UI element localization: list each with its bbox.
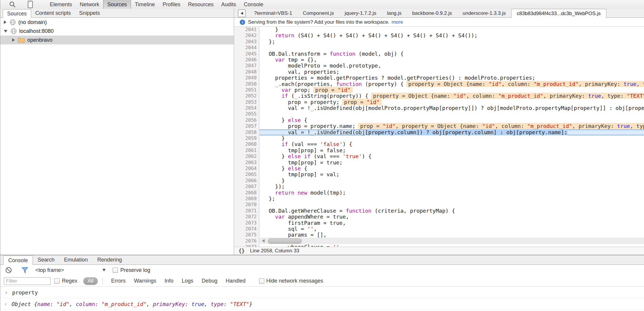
panel-tab-network[interactable]: Network	[76, 0, 103, 9]
level-filter-warnings[interactable]: Warnings	[134, 278, 156, 284]
scrollbar-thumb[interactable]	[268, 238, 302, 244]
code-line[interactable]: } else {	[260, 166, 644, 171]
code-line[interactable]: whereClause = '',	[260, 244, 644, 247]
code-line[interactable]: if (val === 'false') {	[260, 141, 644, 147]
tree-item-openbravo[interactable]: openbravo	[0, 36, 234, 44]
line-number[interactable]: 2069	[234, 196, 259, 202]
line-number[interactable]: 2053	[234, 99, 259, 105]
line-number[interactable]: 2071	[234, 208, 259, 214]
level-filter-info[interactable]: Info	[164, 278, 173, 284]
line-number[interactable]: 2077	[234, 244, 259, 247]
line-number[interactable]: 2048	[234, 69, 259, 75]
line-number[interactable]: 2063	[234, 160, 259, 166]
code-line[interactable]: firstParam = true,	[260, 220, 644, 226]
line-number[interactable]: 2073	[234, 220, 259, 226]
expand-arrow-icon[interactable]	[12, 38, 15, 42]
line-number[interactable]: 2043	[234, 39, 259, 45]
clear-console-icon[interactable]	[5, 267, 12, 274]
code-line[interactable]	[260, 111, 644, 117]
line-number[interactable]: 2062	[234, 153, 259, 159]
horizontal-scrollbar[interactable]	[260, 238, 644, 244]
code-line[interactable]: tmp[prop] = val;	[260, 171, 644, 177]
line-number[interactable]: 2059	[234, 135, 259, 141]
line-number[interactable]: 2049	[234, 75, 259, 81]
line-number[interactable]: 2051	[234, 87, 259, 93]
collapse-arrow-icon[interactable]	[4, 30, 7, 33]
file-tab-jquery-1-7-2-js[interactable]: jquery-1.7.2.js	[339, 9, 382, 18]
drawer-tab-emulation[interactable]: Emulation	[59, 255, 92, 264]
code-line[interactable]: return new model(tmp);	[260, 190, 644, 196]
code-line[interactable]: tmp[prop] = true;	[260, 160, 644, 166]
level-filter-logs[interactable]: Logs	[182, 278, 193, 284]
panel-tab-console[interactable]: Console	[240, 0, 267, 9]
code-line[interactable]: prop = property;prop = "id"	[260, 99, 644, 105]
line-number[interactable]: 2046	[234, 57, 259, 63]
line-number[interactable]: 2057	[234, 123, 259, 129]
inspect-search-icon[interactable]	[7, 0, 17, 9]
level-filter-all[interactable]: All	[83, 277, 98, 285]
code-line[interactable]: OB.Dal.transform = function (model, obj)…	[260, 51, 644, 57]
execution-context-selector[interactable]: <top frame>	[35, 267, 64, 273]
line-number[interactable]: 2056	[234, 117, 259, 123]
code-line[interactable]: val = !_.isUndefined(obj[modelProto.prop…	[260, 105, 644, 111]
drawer-tab-console[interactable]: Console	[3, 256, 33, 265]
line-number[interactable]: 2041	[234, 27, 259, 33]
code-line[interactable]: });	[260, 184, 644, 190]
code-line[interactable]: return (S4() + S4() + S4() + S4() + S4()…	[260, 33, 644, 39]
code-line[interactable]: }	[260, 135, 644, 141]
console-input-row[interactable]: ›property	[0, 287, 644, 298]
code-line[interactable]: } else {	[260, 117, 644, 123]
hide-network-checkbox[interactable]	[259, 278, 264, 284]
code-line[interactable]: val, properties;	[260, 69, 644, 75]
code-line[interactable]: OB.Dal.getWhereClause = function (criter…	[260, 208, 644, 214]
filter-funnel-icon[interactable]	[21, 267, 29, 274]
code-line[interactable]: val = !_.isUndefined(obj[property.column…	[260, 129, 644, 135]
line-number[interactable]: 2052	[234, 93, 259, 99]
code-line[interactable]: };	[260, 39, 644, 45]
pretty-print-button[interactable]: {}	[239, 248, 245, 254]
file-tab-underscore-1-3-3-js[interactable]: underscore-1.3.3.js	[457, 9, 511, 18]
line-number[interactable]: 2072	[234, 214, 259, 220]
expand-arrow-icon[interactable]	[4, 20, 7, 24]
line-number[interactable]: 2042	[234, 33, 259, 39]
code-line[interactable]: }	[260, 27, 644, 33]
device-mode-icon[interactable]	[25, 0, 35, 9]
file-tab-c83b83d984f4c33-dc3b-webpos-js[interactable]: c83b83d984f4c33...dc3b_WebPOS.js	[511, 9, 606, 18]
context-dropdown-icon[interactable]	[103, 269, 106, 271]
line-number[interactable]: 2058	[234, 129, 259, 135]
code-line[interactable]: tmp[prop] = false;	[260, 148, 644, 153]
line-number[interactable]: 2064	[234, 166, 259, 171]
code-line[interactable]	[260, 45, 644, 51]
code-line[interactable]: sql = '',	[260, 226, 644, 232]
line-number[interactable]: 2065	[234, 171, 259, 177]
scroll-left-icon[interactable]	[262, 239, 265, 243]
file-tab-terminal-vbs-1[interactable]: ?terminal=VBS-1	[249, 9, 298, 18]
line-number[interactable]: 2061	[234, 148, 259, 153]
code-line[interactable]: };	[260, 196, 644, 202]
tree-item-no-domain[interactable]: (no domain)	[0, 18, 234, 27]
line-number[interactable]: 2060	[234, 141, 259, 147]
panel-tab-sources[interactable]: Sources	[103, 0, 131, 9]
code-line[interactable]: prop = property.name;prop = "id", proper…	[260, 123, 644, 129]
infobar-more-link[interactable]: more	[391, 19, 403, 25]
code-line[interactable]: if (_.isString(property)) {property = Ob…	[260, 93, 644, 99]
code-line[interactable]	[260, 202, 644, 208]
line-number[interactable]: 2044	[234, 45, 259, 51]
line-number[interactable]: 2045	[234, 51, 259, 57]
line-number[interactable]: 2076	[234, 238, 259, 244]
line-number[interactable]: 2074	[234, 226, 259, 232]
sidebar-tab-sources[interactable]: Sources	[3, 9, 31, 18]
preserve-log-checkbox[interactable]	[113, 267, 118, 273]
back-arrow-icon[interactable]	[238, 9, 246, 17]
line-number[interactable]: 2067	[234, 184, 259, 190]
level-filter-debug[interactable]: Debug	[202, 278, 217, 284]
panel-tab-timeline[interactable]: Timeline	[131, 0, 159, 9]
drawer-tab-search[interactable]: Search	[33, 255, 59, 264]
line-number[interactable]: 2054	[234, 105, 259, 111]
level-filter-handled[interactable]: Handled	[226, 278, 245, 284]
sidebar-tab-content-scripts[interactable]: Content scripts	[31, 9, 75, 17]
code-line[interactable]: var prop;prop = "id"	[260, 87, 644, 93]
tree-item-localhost-8080[interactable]: localhost:8080	[0, 27, 234, 36]
file-tab-backbone-0-9-2-js[interactable]: backbone-0.9.2.js	[407, 9, 457, 18]
console-result-row[interactable]: ‹Object {name: "id", column: "m_product_…	[0, 298, 644, 310]
